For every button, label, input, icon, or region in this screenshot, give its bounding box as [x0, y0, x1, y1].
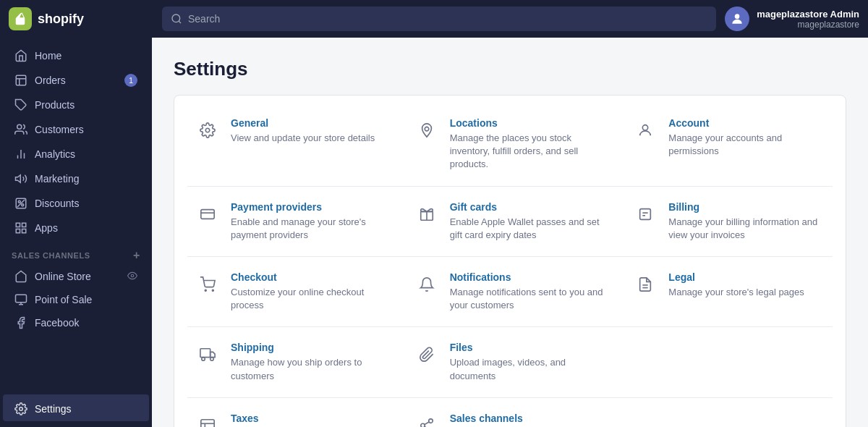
- pos-icon: [14, 293, 27, 306]
- setting-item-sales-channels[interactable]: Sales channels Manage the channels you u…: [401, 398, 620, 427]
- sidebar-item-apps[interactable]: Apps: [3, 216, 149, 240]
- svg-rect-21: [16, 295, 27, 303]
- orders-icon: [14, 74, 27, 87]
- app-body: Home Orders 1 Products Customers Analyti…: [0, 38, 868, 427]
- sidebar-item-discounts[interactable]: Discounts: [3, 191, 149, 216]
- user-menu[interactable]: mageplazastore Admin mageplazastore: [725, 7, 859, 31]
- sidebar-item-home[interactable]: Home: [3, 43, 149, 68]
- setting-item-account[interactable]: Account Manage your accounts and permiss…: [619, 103, 838, 186]
- search-input[interactable]: [188, 13, 707, 25]
- setting-title-files: Files: [450, 342, 607, 353]
- facebook-icon: [14, 316, 27, 329]
- orders-badge: 1: [124, 74, 137, 87]
- sidebar-label-pos: Point of Sale: [35, 294, 92, 305]
- sidebar-label-products: Products: [35, 99, 75, 111]
- discounts-icon: [14, 197, 27, 210]
- setting-item-locations[interactable]: Locations Manage the places you stock in…: [401, 103, 620, 186]
- svg-rect-38: [200, 349, 210, 358]
- page-title: Settings: [174, 58, 846, 80]
- svg-rect-16: [16, 223, 20, 227]
- setting-item-general[interactable]: General View and update your store detai…: [182, 103, 401, 186]
- apps-icon: [14, 221, 27, 234]
- svg-point-24: [20, 407, 23, 411]
- setting-item-notifications[interactable]: Notifications Manage notifications sent …: [401, 257, 620, 326]
- settings-grid: General View and update your store detai…: [182, 103, 838, 427]
- setting-item-empty3: [619, 327, 838, 397]
- svg-marker-11: [16, 175, 21, 183]
- setting-title-shipping: Shipping: [231, 342, 388, 353]
- settings-card: General View and update your store detai…: [174, 95, 846, 427]
- setting-item-billing[interactable]: Billing Manage your billing information …: [619, 187, 838, 256]
- search-bar[interactable]: [162, 7, 716, 31]
- setting-title-sales-channels: Sales channels: [450, 413, 607, 424]
- svg-point-13: [22, 204, 24, 206]
- sidebar-item-customers[interactable]: Customers: [3, 117, 149, 142]
- sidebar-item-point-of-sale[interactable]: Point of Sale: [3, 288, 149, 311]
- customers-icon: [14, 123, 27, 136]
- setting-title-account: Account: [668, 117, 825, 129]
- sidebar-label-customers: Customers: [35, 124, 84, 135]
- setting-item-checkout[interactable]: Checkout Customize your online checkout …: [182, 257, 401, 326]
- sidebar-label-home: Home: [35, 50, 61, 62]
- setting-desc-notifications: Manage notifications sent to you and you…: [450, 286, 607, 312]
- setting-desc-shipping: Manage how you ship orders to customers: [231, 356, 388, 382]
- settings-row-1: Payment providers Enable and manage your…: [182, 187, 838, 256]
- setting-item-taxes[interactable]: Taxes Manage how your store charges taxe…: [182, 398, 401, 427]
- setting-desc-payment-providers: Enable and manage your store's payment p…: [231, 216, 388, 242]
- svg-rect-19: [22, 229, 26, 233]
- setting-title-notifications: Notifications: [450, 271, 607, 283]
- sidebar-label-settings: Settings: [35, 403, 72, 415]
- main-content: Settings General View and update your st…: [152, 38, 868, 427]
- sidebar-item-online-store[interactable]: Online Store: [3, 265, 149, 288]
- svg-point-44: [428, 419, 433, 423]
- products-icon: [14, 98, 27, 111]
- setting-title-billing: Billing: [668, 201, 825, 213]
- analytics-icon: [14, 148, 27, 161]
- svg-point-20: [131, 274, 134, 277]
- user-name: mageplazastore Admin: [757, 9, 859, 20]
- setting-item-payment-providers[interactable]: Payment providers Enable and manage your…: [182, 187, 401, 256]
- setting-desc-general: View and update your store details: [231, 132, 388, 145]
- search-icon: [171, 13, 182, 25]
- gift-icon: [414, 201, 440, 227]
- sidebar-label-orders: Orders: [35, 75, 66, 86]
- sidebar-item-facebook[interactable]: Facebook: [3, 311, 149, 334]
- settings-row-4: Taxes Manage how your store charges taxe…: [182, 398, 838, 427]
- svg-point-25: [205, 128, 210, 132]
- svg-rect-28: [201, 209, 214, 219]
- setting-desc-locations: Manage the places you stock inventory, f…: [450, 132, 607, 172]
- files-icon: [414, 342, 440, 368]
- sidebar-item-marketing[interactable]: Marketing: [3, 166, 149, 191]
- setting-item-files[interactable]: Files Upload images, videos, and documen…: [401, 327, 620, 397]
- legal-icon: [632, 271, 658, 297]
- sidebar-item-settings[interactable]: Settings: [3, 394, 149, 421]
- svg-point-0: [172, 14, 180, 22]
- sidebar-item-orders[interactable]: Orders 1: [3, 68, 149, 93]
- svg-rect-18: [16, 229, 20, 233]
- sidebar-label-discounts: Discounts: [35, 198, 79, 209]
- svg-point-12: [18, 200, 20, 203]
- setting-title-locations: Locations: [450, 117, 607, 129]
- setting-title-gift-cards: Gift cards: [450, 201, 607, 213]
- setting-desc-billing: Manage your billing information and view…: [668, 216, 825, 242]
- user-info: mageplazastore Admin mageplazastore: [757, 9, 859, 30]
- setting-desc-checkout: Customize your online checkout process: [231, 286, 388, 312]
- online-store-eye-icon[interactable]: [127, 271, 137, 283]
- svg-rect-31: [640, 208, 651, 219]
- svg-point-40: [210, 358, 214, 361]
- sidebar-item-products[interactable]: Products: [3, 93, 149, 117]
- svg-rect-3: [16, 75, 26, 85]
- add-sales-channel-button[interactable]: +: [133, 249, 140, 262]
- checkout-icon: [195, 271, 221, 297]
- top-navigation: shopify mageplazastore Admin mageplazast…: [0, 0, 868, 38]
- setting-item-gift-cards[interactable]: Gift cards Enable Apple Wallet passes an…: [401, 187, 620, 256]
- settings-icon: [14, 402, 27, 415]
- gear-icon: [195, 117, 221, 143]
- shipping-icon: [195, 342, 221, 368]
- svg-point-35: [212, 289, 213, 291]
- svg-point-34: [205, 289, 206, 291]
- sidebar-item-analytics[interactable]: Analytics: [3, 142, 149, 166]
- setting-item-legal[interactable]: Legal Manage your store's legal pages: [619, 257, 838, 326]
- avatar: [725, 7, 749, 31]
- setting-item-shipping[interactable]: Shipping Manage how you ship orders to c…: [182, 327, 401, 397]
